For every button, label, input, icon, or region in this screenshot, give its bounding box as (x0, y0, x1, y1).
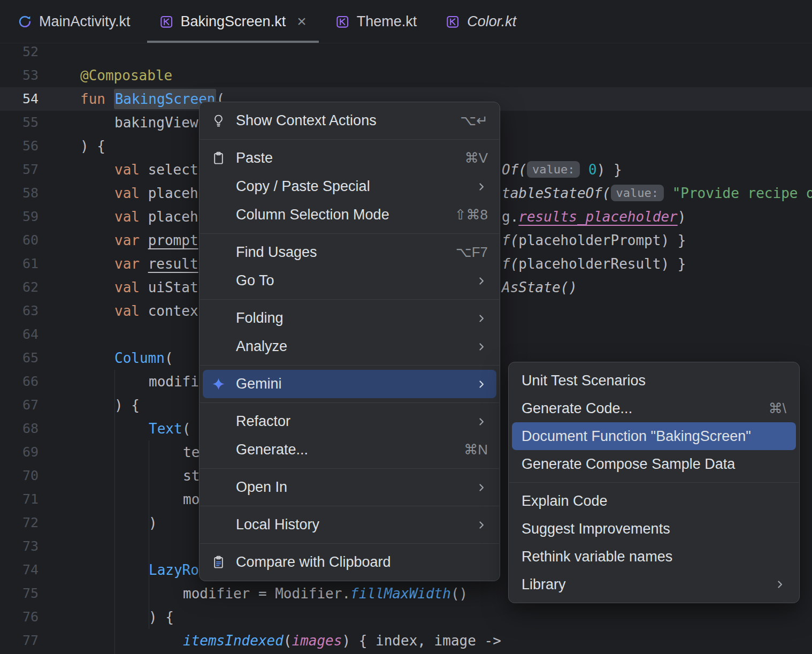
line-number[interactable]: 70 (0, 464, 39, 488)
line-number[interactable]: 69 (0, 440, 39, 464)
line-number[interactable]: 67 (0, 393, 39, 417)
menu-item-label: Unit Test Scenarios (522, 372, 786, 389)
menu-separator (200, 233, 499, 234)
menu-item-label: Analyze (236, 338, 457, 355)
code-line[interactable]: 76) { (0, 605, 812, 629)
menu-item-generate[interactable]: Generate...⌘N (203, 436, 496, 464)
code-token: itemsIndexed (183, 633, 284, 649)
code-line[interactable]: 52 (0, 40, 812, 64)
code-token: bakingView (114, 115, 198, 131)
tab-color-kt[interactable]: Color.kt (431, 0, 531, 43)
code-token: ) } (597, 162, 622, 178)
editor-tab-bar: MainActivity.kt BakingScreen.kt× Theme.k… (0, 0, 812, 43)
tab-label: Color.kt (467, 13, 516, 30)
chevron-right-icon (475, 415, 488, 428)
code-segment: ) { (114, 393, 140, 417)
line-number[interactable]: 68 (0, 417, 39, 440)
tab-theme-kt[interactable]: Theme.kt (321, 0, 432, 43)
code-segment: AsState() (502, 276, 577, 299)
line-number[interactable]: 75 (0, 582, 39, 605)
menu-item-label: Library (522, 576, 755, 593)
menu-item-find-usages[interactable]: Find Usages⌥F7 (203, 238, 496, 267)
menu-item-copy-paste-special[interactable]: Copy / Paste Special (203, 172, 496, 201)
line-number[interactable]: 72 (0, 511, 39, 535)
line-number[interactable]: 55 (0, 111, 39, 134)
code-token: fun (80, 91, 114, 107)
menu-item-generate-code[interactable]: Generate Code...⌘\ (512, 394, 796, 422)
menu-item-compare-with-clipboard[interactable]: Compare with Clipboard (203, 548, 496, 576)
code-segment: modifier = Modifier.fillMaxWidth() (183, 582, 468, 605)
menu-separator (200, 139, 499, 140)
editor-context-menu: Show Context Actions⌥↵ Paste⌘VCopy / Pas… (199, 102, 500, 581)
menu-item-unit-test-scenarios[interactable]: Unit Test Scenarios (512, 367, 796, 394)
line-number[interactable]: 54 (0, 87, 39, 111)
line-number[interactable]: 73 (0, 535, 39, 558)
menu-item-label: Folding (236, 310, 457, 326)
line-number[interactable]: 66 (0, 370, 39, 393)
menu-item-column-selection-mode[interactable]: Column Selection Mode⇧⌘8 (203, 201, 496, 229)
chevron-right-icon (475, 481, 488, 494)
code-segment: bakingView (114, 111, 198, 134)
menu-item-label: Open In (236, 479, 457, 496)
line-number[interactable]: 74 (0, 558, 39, 582)
line-number[interactable]: 76 (0, 605, 39, 629)
code-line[interactable]: 53@Composable (0, 64, 812, 87)
menu-item-gemini[interactable]: Gemini (203, 370, 496, 398)
tab-bakingscreen-kt[interactable]: BakingScreen.kt× (145, 0, 321, 43)
menu-item-folding[interactable]: Folding (203, 304, 496, 332)
code-token: uiStat (148, 279, 198, 295)
menu-item-shortcut: ⇧⌘8 (455, 207, 488, 223)
code-token: images (292, 633, 342, 649)
menu-item-label: Copy / Paste Special (236, 178, 457, 195)
menu-item-local-history[interactable]: Local History (203, 511, 496, 539)
code-token: te (183, 444, 200, 460)
line-number[interactable]: 61 (0, 252, 39, 276)
line-number[interactable]: 62 (0, 276, 39, 299)
line-number[interactable]: 77 (0, 629, 39, 652)
menu-item-refactor[interactable]: Refactor (203, 407, 496, 436)
line-number[interactable]: 64 (0, 323, 39, 346)
line-number[interactable]: 56 (0, 134, 39, 158)
menu-separator (200, 506, 499, 506)
menu-item-analyze[interactable]: Analyze (203, 332, 496, 361)
line-number[interactable]: 65 (0, 346, 39, 370)
line-number[interactable]: 59 (0, 205, 39, 229)
code-line[interactable]: 77itemsIndexed(images) { index, image -> (0, 629, 812, 652)
chevron-right-icon (475, 275, 488, 287)
menu-item-document-function-bakingscreen[interactable]: Document Function "BakingScreen" (512, 422, 796, 450)
code-token: val (114, 162, 148, 178)
paste-clipboard-icon (211, 151, 236, 165)
line-number[interactable]: 60 (0, 229, 39, 252)
kotlin-file-icon (159, 14, 174, 29)
menu-item-shortcut: ⌥F7 (456, 244, 488, 261)
menu-item-rethink-variable-names[interactable]: Rethink variable names (512, 543, 796, 571)
code-token: ) { (80, 138, 105, 154)
menu-item-label: Generate Compose Sample Data (522, 456, 786, 473)
menu-item-suggest-improvements[interactable]: Suggest Improvements (512, 515, 796, 543)
line-number[interactable]: 52 (0, 40, 39, 64)
menu-item-open-in[interactable]: Open In (203, 473, 496, 501)
menu-item-paste[interactable]: Paste⌘V (203, 144, 496, 172)
code-token: AsState() (502, 279, 577, 295)
line-number[interactable]: 57 (0, 158, 39, 181)
code-token: tableStateOf( (502, 185, 611, 201)
menu-item-library[interactable]: Library (512, 571, 796, 598)
line-number[interactable]: 63 (0, 299, 39, 323)
line-number[interactable]: 53 (0, 64, 39, 87)
menu-item-shortcut: ⌘N (464, 442, 488, 458)
tab-close-icon[interactable]: × (297, 13, 307, 29)
tab-mainactivity-kt[interactable]: MainActivity.kt (3, 0, 145, 43)
menu-item-generate-compose-sample-data[interactable]: Generate Compose Sample Data (512, 450, 796, 478)
menu-separator (200, 365, 499, 366)
code-segment: val select (114, 158, 198, 181)
menu-item-label: Rethink variable names (522, 549, 786, 565)
menu-item-go-to[interactable]: Go To (203, 267, 496, 295)
line-number[interactable]: 58 (0, 181, 39, 205)
tab-label: Theme.kt (357, 13, 417, 30)
kotlin-file-icon (446, 14, 460, 29)
code-segment: f(placeholderPrompt) } (502, 229, 686, 252)
menu-item-explain-code[interactable]: Explain Code (512, 487, 796, 515)
line-number[interactable]: 71 (0, 488, 39, 511)
menu-item-label: Document Function "BakingScreen" (522, 428, 786, 445)
menu-item-show-context-actions[interactable]: Show Context Actions⌥↵ (203, 107, 496, 135)
